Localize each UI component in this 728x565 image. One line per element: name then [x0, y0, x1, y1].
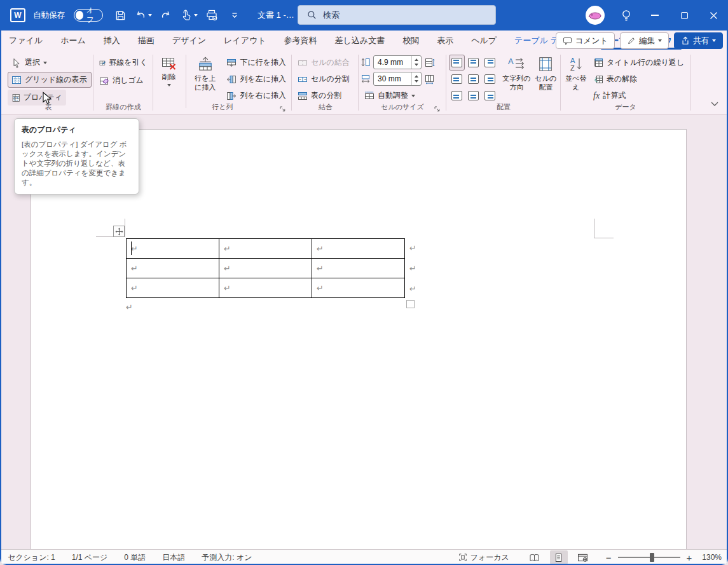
table-cell[interactable]: ↵ [219, 259, 312, 278]
row-height-spinner[interactable]: 4.9 mm [373, 55, 422, 69]
table-cell[interactable]: ↵ [312, 239, 405, 259]
status-word-count[interactable]: 0 単語 [124, 552, 146, 563]
step-up-icon[interactable] [415, 75, 418, 78]
undo-button[interactable] [134, 4, 153, 26]
table-move-handle[interactable] [113, 226, 125, 237]
insert-below-button[interactable]: 下に行を挿入 [223, 55, 290, 71]
align-bottom-center-button[interactable] [465, 88, 481, 104]
status-ime[interactable]: 予測入力: オン [202, 552, 252, 563]
row-height-steppers[interactable] [411, 56, 421, 69]
search-box[interactable]: 検索 [298, 5, 496, 25]
step-up-icon[interactable] [415, 58, 418, 61]
print-button[interactable] [202, 4, 221, 26]
column-width-spinner[interactable]: 30 mm [373, 72, 422, 86]
align-center-right-button[interactable] [482, 71, 498, 87]
draw-table-button[interactable]: 罫線を引く [95, 55, 151, 71]
align-bottom-left-button[interactable] [449, 88, 465, 104]
table-resize-handle[interactable] [406, 300, 415, 308]
step-down-icon[interactable] [415, 64, 418, 66]
print-layout-button[interactable] [550, 550, 568, 564]
align-top-center-button[interactable] [465, 55, 481, 71]
distribute-columns-icon[interactable] [424, 74, 435, 85]
split-cells-label: セルの分割 [311, 74, 350, 85]
ideas-button[interactable] [612, 0, 640, 31]
table-cell[interactable]: ↵ [312, 278, 405, 298]
table-cell[interactable]: ↵ [127, 259, 219, 278]
share-button[interactable]: 共有 [674, 32, 723, 49]
align-center-left-button[interactable] [449, 71, 465, 87]
table-cell[interactable]: ↵ [219, 278, 312, 298]
autosave-toggle[interactable]: 自動保存 オフ [33, 9, 103, 22]
tab-design[interactable]: デザイン [163, 31, 215, 51]
zoom-percentage[interactable]: 130% [702, 553, 722, 562]
column-width-steppers[interactable] [411, 72, 421, 85]
focus-icon [458, 553, 467, 562]
eraser-button[interactable]: 消しゴム [95, 72, 151, 88]
rows-columns-dialog-launcher[interactable] [279, 104, 288, 112]
align-top-left-button[interactable] [449, 55, 465, 71]
editing-mode-button[interactable]: 編集 [620, 32, 669, 49]
minimize-button[interactable] [640, 0, 670, 31]
step-down-icon[interactable] [415, 80, 418, 83]
tab-layout[interactable]: レイアウト [215, 31, 275, 51]
save-button[interactable] [111, 4, 130, 26]
close-button[interactable] [699, 0, 728, 31]
tab-file[interactable]: ファイル [0, 31, 52, 51]
tab-insert[interactable]: 挿入 [95, 31, 129, 51]
group-draw-borders-label: 罫線の作成 [95, 102, 151, 112]
status-pages[interactable]: 1/1 ページ [72, 552, 108, 563]
insert-column-left-icon [226, 74, 237, 85]
tab-help[interactable]: ヘルプ [462, 31, 505, 51]
row-height-value[interactable]: 4.9 mm [374, 58, 411, 67]
insert-left-button[interactable]: 列を左に挿入 [223, 71, 290, 87]
zoom-out-button[interactable]: − [606, 552, 612, 563]
distribute-rows-icon[interactable] [424, 57, 435, 68]
focus-button[interactable]: フォーカス [458, 552, 509, 563]
maximize-button[interactable] [670, 0, 699, 31]
ribbon-collapse-button[interactable] [710, 98, 719, 109]
view-gridlines-button[interactable]: グリッド線の表示 [8, 72, 92, 88]
align-center-button[interactable] [465, 71, 481, 87]
status-language[interactable]: 日本語 [162, 552, 185, 563]
tab-view[interactable]: 表示 [428, 31, 462, 51]
account-avatar[interactable] [586, 6, 605, 25]
cell-size-dialog-launcher[interactable] [434, 104, 443, 112]
table-cell[interactable]: ↵ [127, 239, 219, 259]
align-top-right-button[interactable] [482, 55, 498, 71]
zoom-slider[interactable] [618, 557, 680, 558]
split-table-button[interactable]: 表の分割 [294, 88, 357, 104]
autosave-switch[interactable]: オフ [74, 9, 103, 22]
column-width-value[interactable]: 30 mm [374, 74, 411, 83]
autofit-button[interactable]: 自動調整 [361, 88, 444, 104]
tab-mailings[interactable]: 差し込み文書 [326, 31, 394, 51]
tab-references[interactable]: 参考資料 [275, 31, 326, 51]
zoom-slider-thumb[interactable] [650, 553, 654, 562]
insert-right-button[interactable]: 列を右に挿入 [223, 88, 290, 104]
document-table[interactable]: ↵ ↵ ↵ ↵ ↵ ↵ ↵ ↵ ↵ [126, 238, 405, 298]
redo-button[interactable] [156, 4, 175, 26]
select-button[interactable]: 選択 [8, 55, 92, 71]
quick-access-menu-button[interactable] [225, 4, 244, 26]
status-section[interactable]: セクション: 1 [8, 552, 55, 563]
tab-home[interactable]: ホーム [52, 31, 95, 51]
convert-to-text-button[interactable]: 表の解除 [589, 71, 688, 87]
autosave-state: オフ [86, 6, 99, 25]
table-cell[interactable]: ↵ [312, 259, 405, 278]
search-icon [307, 10, 317, 20]
web-layout-button[interactable] [574, 550, 592, 564]
tab-review[interactable]: 校閲 [394, 31, 428, 51]
table-cell[interactable]: ↵ [127, 278, 219, 298]
align-bottom-right-button[interactable] [482, 88, 498, 104]
read-mode-button[interactable] [526, 550, 544, 564]
split-cells-button[interactable]: セルの分割 [294, 71, 357, 87]
repeat-header-rows-button[interactable]: タイトル行の繰り返し [589, 55, 688, 71]
touch-mode-button[interactable] [179, 4, 198, 26]
tab-draw[interactable]: 描画 [129, 31, 163, 51]
comments-button[interactable]: コメント [556, 32, 615, 49]
sort-label: 並べ替え [563, 74, 588, 92]
group-rows-columns-label: 行と列 [155, 102, 290, 112]
zoom-in-button[interactable]: + [687, 552, 692, 563]
formula-button[interactable]: fx 計算式 [589, 88, 688, 104]
undo-icon [135, 10, 146, 21]
table-cell[interactable]: ↵ [219, 239, 312, 259]
